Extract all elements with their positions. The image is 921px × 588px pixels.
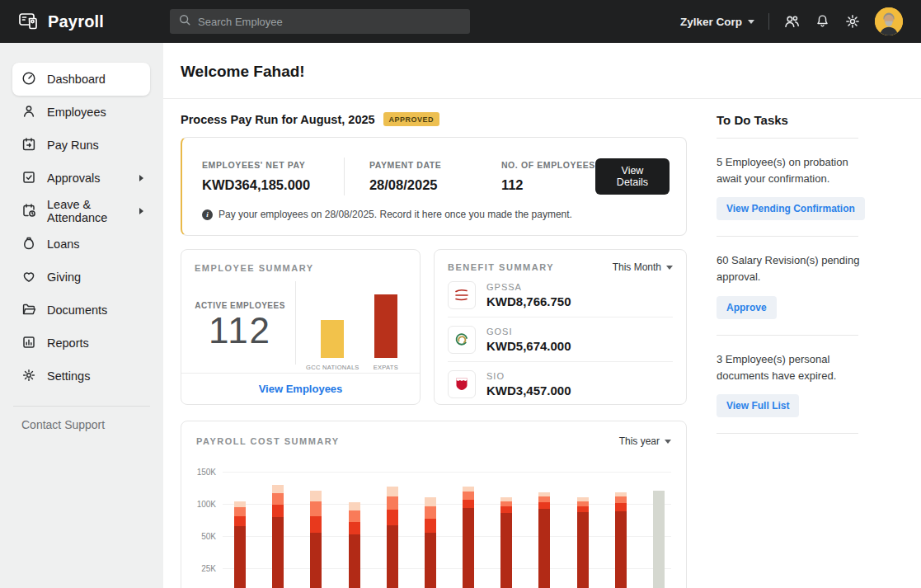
sidebar-item-label: Documents	[47, 303, 107, 317]
avatar[interactable]	[875, 7, 903, 35]
org-name: Zylker Corp	[680, 16, 742, 28]
bar-segment	[463, 487, 474, 492]
sidebar-item-loans[interactable]: Loans	[12, 228, 150, 261]
bar-segment	[500, 501, 512, 506]
gcc-nationals-bar	[321, 320, 344, 358]
sidebar-item-approvals[interactable]: Approvals	[12, 162, 150, 195]
bar-segment	[577, 512, 589, 588]
app-name: Payroll	[48, 12, 104, 31]
app-logo[interactable]: Payroll	[18, 11, 104, 32]
stat-payment-date: PAYMENT DATE 28/08/2025	[369, 160, 501, 193]
sidebar-item-employees[interactable]: Employees	[12, 96, 150, 129]
payroll-cost-bar	[577, 472, 589, 588]
sidebar-item-leave-attendance[interactable]: Leave & Attendance	[12, 195, 150, 228]
bar-segment	[577, 501, 589, 506]
stat-divider	[344, 158, 345, 195]
settings-gear-icon	[21, 368, 36, 385]
bar-segment	[538, 502, 550, 509]
payroll-cost-bar	[653, 472, 665, 588]
payroll-period-filter[interactable]: This year	[619, 435, 671, 447]
sio-logo	[448, 370, 476, 398]
gpssa-logo	[448, 281, 476, 309]
search-input[interactable]	[198, 16, 462, 28]
page-title: Welcome Fahad!	[181, 63, 921, 81]
sidebar-item-documents[interactable]: Documents	[12, 294, 150, 327]
sidebar-item-label: Reports	[47, 336, 89, 350]
sidebar-item-label: Approvals	[47, 172, 100, 185]
todo-task-expired-documents: 3 Employee(s) personal documents have ex…	[717, 336, 870, 434]
gosi-logo	[448, 326, 476, 354]
payroll-cost-bar	[234, 472, 246, 588]
payroll-cost-chart: 150K 100K 50K 25K	[223, 472, 671, 588]
view-full-list-button[interactable]: View Full List	[717, 394, 799, 417]
org-switcher[interactable]: Zylker Corp	[680, 16, 754, 28]
bar-segment	[615, 511, 627, 588]
forecast-segment	[653, 491, 665, 588]
payroll-cost-bar	[500, 472, 512, 588]
chevron-down-icon	[748, 20, 754, 24]
bar-segment	[272, 485, 284, 492]
sidebar-item-giving[interactable]: Giving	[12, 261, 150, 294]
gear-icon[interactable]	[844, 13, 861, 30]
bar-segment	[463, 500, 474, 509]
sidebar-item-label: Leave & Attendance	[47, 198, 129, 224]
y-tick: 50K	[185, 532, 216, 541]
sidebar-item-pay-runs[interactable]: Pay Runs	[12, 129, 150, 162]
payroll-cost-bar	[615, 472, 627, 588]
todo-panel: To Do Tasks 5 Employee(s) on probation a…	[717, 112, 870, 588]
benefit-row-gpssa: GPSSA KWD8,766.750	[448, 273, 673, 318]
bar-segment	[387, 487, 398, 496]
sidebar-item-settings[interactable]: Settings	[12, 360, 150, 393]
leave-attendance-icon	[21, 203, 36, 220]
gcc-nationals-label: GCC NATIONALS	[306, 364, 359, 371]
y-tick: 150K	[185, 468, 216, 477]
bar-segment	[615, 492, 627, 496]
welcome-banner: Welcome Fahad!	[163, 43, 921, 99]
benefit-row-gosi: GOSI KWD5,674.000	[448, 318, 673, 362]
bar-segment	[272, 505, 284, 518]
todo-task-salary-revisions: 60 Salary Revision(s) pending approval. …	[717, 237, 870, 335]
bar-segment	[234, 526, 246, 588]
bar-segment	[500, 513, 512, 588]
bar-segment	[349, 534, 360, 588]
contact-support-link[interactable]: Contact Support	[0, 418, 163, 431]
bar-segment	[615, 503, 627, 510]
info-icon: i	[202, 209, 213, 220]
bar-segment	[538, 492, 550, 496]
search-box[interactable]	[170, 9, 470, 34]
bar-segment	[425, 519, 436, 533]
documents-icon	[21, 302, 36, 319]
card-title: EMPLOYEE SUMMARY	[181, 250, 420, 273]
payroll-logo-icon	[18, 11, 40, 32]
bell-icon[interactable]	[815, 13, 830, 30]
bar-segment	[310, 491, 322, 501]
sidebar-item-label: Giving	[47, 270, 81, 284]
sidebar-divider	[13, 406, 150, 407]
bar-segment	[500, 497, 512, 501]
bar-segment	[349, 502, 360, 510]
card-title: PAYROLL COST SUMMARY	[196, 436, 340, 446]
sidebar-item-reports[interactable]: Reports	[12, 327, 150, 360]
sidebar-item-label: Dashboard	[47, 73, 106, 86]
bar-segment	[387, 525, 398, 588]
bar-segment	[463, 492, 474, 499]
topbar-divider	[768, 13, 769, 30]
bar-segment	[272, 517, 284, 588]
bar-segment	[425, 533, 436, 588]
benefit-summary-card: BENEFIT SUMMARY This Month	[434, 249, 687, 405]
approve-button[interactable]: Approve	[717, 296, 777, 319]
benefit-row-sio: SIO KWD3,457.000	[448, 362, 673, 406]
view-employees-link[interactable]: View Employees	[259, 383, 343, 395]
todo-task-probation: 5 Employee(s) on probation await your co…	[717, 139, 870, 237]
view-pending-confirmation-button[interactable]: View Pending Confirmation	[717, 197, 865, 220]
active-employees-value: 112	[185, 310, 295, 352]
bar-segment	[310, 516, 322, 533]
reports-icon	[21, 335, 36, 352]
todo-divider	[717, 433, 858, 434]
stat-net-pay: EMPLOYEES' NET PAY KWD364,185.000	[202, 160, 344, 193]
view-details-button[interactable]: View Details	[595, 158, 670, 195]
sidebar-item-dashboard[interactable]: Dashboard	[12, 63, 150, 96]
payroll-cost-bar	[310, 472, 322, 588]
users-icon[interactable]	[783, 13, 801, 31]
benefit-period-filter[interactable]: This Month	[613, 261, 673, 273]
